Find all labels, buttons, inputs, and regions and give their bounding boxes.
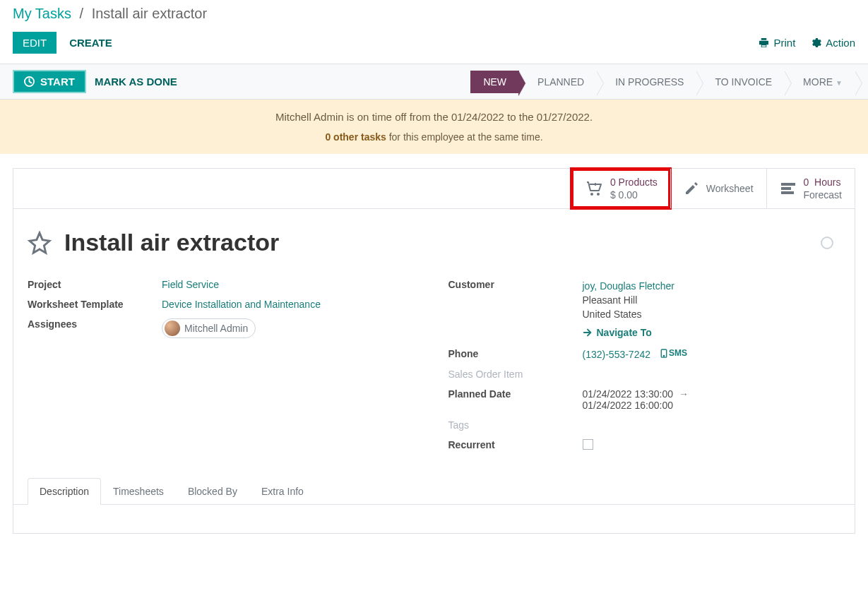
value-soi xyxy=(583,369,841,380)
label-recurrent: Recurrent xyxy=(448,439,583,452)
label-soi: Sales Order Item xyxy=(448,369,583,380)
value-customer-city: Pleasant Hill xyxy=(583,293,841,307)
navigate-to-button[interactable]: Navigate To xyxy=(583,325,652,340)
status-new[interactable]: NEW xyxy=(470,71,519,93)
stat-worksheet-button[interactable]: Worksheet xyxy=(670,169,766,208)
task-title: Install air extractor xyxy=(64,229,279,256)
print-icon xyxy=(759,37,769,48)
sms-button[interactable]: SMS xyxy=(660,348,687,358)
svg-point-7 xyxy=(663,355,664,356)
status-inprogress[interactable]: IN PROGRESS xyxy=(597,71,696,93)
label-planned: Planned Date xyxy=(448,388,583,411)
title-row: Install air extractor xyxy=(13,209,855,268)
value-customer-name[interactable]: joy, Douglas Fletcher xyxy=(583,280,674,292)
assignee-name: Mitchell Admin xyxy=(184,323,248,334)
svg-rect-3 xyxy=(781,183,795,186)
action-label: Action xyxy=(826,37,855,49)
start-label: START xyxy=(40,76,75,88)
print-label: Print xyxy=(773,37,795,49)
action-button[interactable]: Action xyxy=(811,37,855,49)
create-button[interactable]: CREATE xyxy=(69,37,112,49)
pencil-icon xyxy=(684,181,699,196)
kanban-state-toggle[interactable] xyxy=(821,237,833,249)
status-planned[interactable]: PLANNED xyxy=(519,71,597,93)
banner-line1: Mitchell Admin is on time off from the 0… xyxy=(11,111,857,123)
value-planned-end: 01/24/2022 16:00:00 xyxy=(583,400,841,411)
actions-row: EDIT CREATE Print Action xyxy=(0,28,868,64)
tab-extrainfo[interactable]: Extra Info xyxy=(249,478,316,505)
statusbar: START MARK AS DONE NEW PLANNED IN PROGRE… xyxy=(0,64,868,100)
svg-point-1 xyxy=(590,193,593,196)
timeoff-banner: Mitchell Admin is on time off from the 0… xyxy=(0,100,868,154)
label-project: Project xyxy=(28,279,162,290)
breadcrumb-root[interactable]: My Tasks xyxy=(13,6,71,21)
mobile-icon xyxy=(660,349,667,358)
svg-point-2 xyxy=(597,193,600,196)
value-project[interactable]: Field Service xyxy=(162,279,219,290)
status-more[interactable]: MORE▼ xyxy=(785,71,855,93)
notebook-tabs: Description Timesheets Blocked By Extra … xyxy=(13,477,855,505)
form-sheet: 0 Products $ 0.00 Worksheet 0 Hours Fore… xyxy=(13,168,855,534)
start-button[interactable]: START xyxy=(13,70,86,93)
svg-rect-4 xyxy=(781,187,791,190)
tasks-icon xyxy=(780,181,797,196)
label-phone: Phone xyxy=(448,348,583,360)
assignee-chip[interactable]: Mitchell Admin xyxy=(162,318,256,338)
value-customer-country: United States xyxy=(583,307,841,321)
status-steps: NEW PLANNED IN PROGRESS TO INVOICE MORE▼ xyxy=(470,71,855,93)
clock-icon xyxy=(24,76,35,87)
avatar xyxy=(165,321,180,336)
label-tags: Tags xyxy=(448,419,583,431)
banner-tasks-rest: for this employee at the same time. xyxy=(386,131,543,143)
col-left: Project Field Service Worksheet Template… xyxy=(28,275,420,456)
label-customer: Customer xyxy=(448,279,583,340)
stat-buttons: 0 Products $ 0.00 Worksheet 0 Hours Fore… xyxy=(13,169,855,209)
col-right: Customer joy, Douglas Fletcher Pleasant … xyxy=(448,275,841,456)
arrow-right-icon: → xyxy=(679,388,689,400)
value-wstemplate[interactable]: Device Installation and Maintenance xyxy=(162,299,321,310)
svg-rect-5 xyxy=(781,191,794,194)
breadcrumb-sep: / xyxy=(80,6,84,21)
value-tags xyxy=(583,419,841,431)
star-toggle[interactable] xyxy=(28,231,52,255)
edit-button[interactable]: EDIT xyxy=(13,32,57,54)
label-wstemplate: Worksheet Template xyxy=(28,299,162,310)
tab-description[interactable]: Description xyxy=(28,478,101,505)
mark-done-button[interactable]: MARK AS DONE xyxy=(95,76,177,88)
recurrent-checkbox[interactable] xyxy=(583,439,593,450)
print-button[interactable]: Print xyxy=(759,37,795,49)
status-toinvoice[interactable]: TO INVOICE xyxy=(696,71,785,93)
value-planned-start: 01/24/2022 13:30:00 xyxy=(583,388,673,400)
gear-icon xyxy=(811,37,821,48)
cart-icon xyxy=(585,180,603,197)
breadcrumb: My Tasks / Install air extractor xyxy=(0,0,868,28)
chevron-down-icon: ▼ xyxy=(836,79,843,87)
banner-tasks-link[interactable]: 0 other tasks xyxy=(325,131,386,143)
label-assignees: Assignees xyxy=(28,318,162,338)
value-phone[interactable]: (132)-553-7242 xyxy=(583,349,651,360)
tab-timesheets[interactable]: Timesheets xyxy=(101,478,176,505)
arrow-right-icon xyxy=(583,328,593,337)
stat-products-button[interactable]: 0 Products $ 0.00 xyxy=(571,169,670,208)
form-columns: Project Field Service Worksheet Template… xyxy=(13,268,855,477)
tab-blockedby[interactable]: Blocked By xyxy=(176,478,249,505)
breadcrumb-leaf: Install air extractor xyxy=(92,6,207,21)
stat-forecast-button[interactable]: 0 Hours Forecast xyxy=(766,169,855,208)
